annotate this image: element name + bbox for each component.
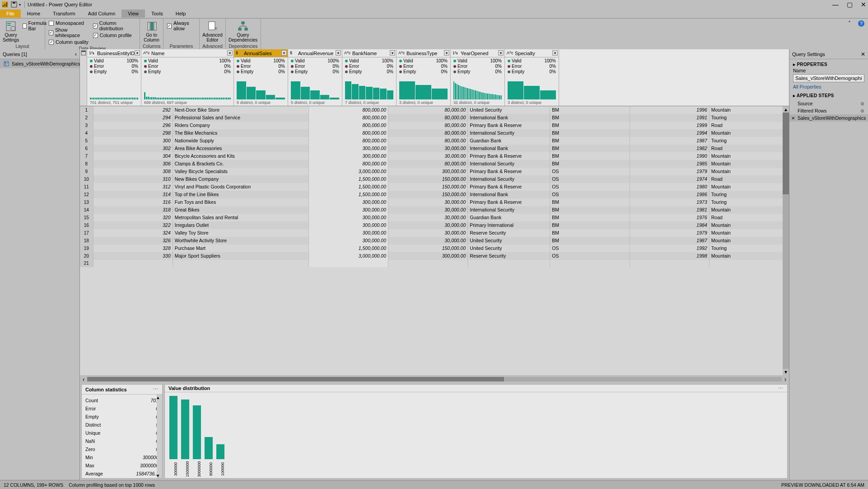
type-icon[interactable]: Aᴮc (507, 51, 513, 56)
cell[interactable]: OS (550, 175, 630, 183)
grid-vertical-scrollbar[interactable]: ▴ ▾ (783, 106, 789, 375)
ribbon-collapse-icon[interactable]: ˄ (848, 20, 851, 27)
cell[interactable]: Reserve Security (468, 229, 550, 237)
cell[interactable]: 1981 (630, 206, 709, 214)
row-number[interactable]: 16 (80, 221, 93, 229)
table-row[interactable]: 15320Metropolitan Sales and Rental300,00… (80, 214, 789, 221)
query-deps-button[interactable]: Query Dependencies (229, 20, 257, 42)
cell[interactable]: 302 (93, 145, 173, 152)
table-row[interactable]: 17324Valley Toy Store300,000.0030,000.00… (80, 229, 789, 237)
always-allow-check[interactable]: ✓Always allow (166, 20, 196, 32)
row-number[interactable]: 2 (80, 114, 93, 122)
cell[interactable]: Irregulars Outlet (173, 221, 309, 229)
table-row[interactable]: 21 (80, 260, 789, 267)
cell[interactable]: 320 (93, 214, 173, 221)
delete-step-icon[interactable]: ✕ (791, 116, 795, 121)
cell[interactable]: 306 (93, 160, 173, 168)
cell[interactable]: 1980 (630, 183, 709, 191)
cell[interactable]: Primary Bank & Reserve (468, 183, 550, 191)
column-filter-icon[interactable]: ▾ (444, 50, 449, 56)
column-name[interactable]: AᴮcName▾Valid100%Error0%Empty0%699 disti… (141, 49, 234, 106)
query-name-input[interactable] (793, 74, 864, 82)
cell[interactable]: 1976 (630, 214, 709, 221)
cell[interactable]: Valley Toy Store (173, 229, 309, 237)
cell[interactable]: Nationwide Supply (173, 137, 309, 145)
cell[interactable]: 80,000.00 (388, 160, 468, 168)
row-number[interactable]: 21 (80, 260, 93, 267)
cell[interactable]: Primary Bank & Reserve (468, 198, 550, 206)
cell[interactable]: The Bike Mechanics (173, 129, 309, 137)
qat-dropdown-icon[interactable]: ▾ (18, 3, 22, 7)
cell[interactable]: 150,000.00 (388, 244, 468, 252)
stats-scroll-up-icon[interactable]: ▴ (157, 395, 162, 400)
cell[interactable]: New Bikes Company (173, 175, 309, 183)
cell[interactable]: Mountain (709, 160, 789, 168)
cell[interactable]: 1994 (630, 129, 709, 137)
cell[interactable]: 294 (93, 114, 173, 122)
cell[interactable]: 30,000.00 (388, 198, 468, 206)
type-icon[interactable]: Aᴮc (398, 51, 405, 56)
table-corner[interactable] (80, 49, 87, 106)
cell[interactable]: United Security (468, 237, 550, 244)
cell[interactable]: Touring (709, 191, 789, 198)
all-properties-link[interactable]: All Properties (789, 83, 868, 90)
cell[interactable]: United Security (468, 106, 550, 114)
cell[interactable]: Touring (709, 114, 789, 122)
cell[interactable]: 1,500,000.00 (309, 244, 388, 252)
cell[interactable]: 318 (93, 206, 173, 214)
check-monospaced[interactable]: Monospaced (48, 20, 89, 26)
cell[interactable]: International Security (468, 175, 550, 183)
table-row[interactable]: 19328Purchase Mart1,500,000.00150,000.00… (80, 244, 789, 252)
cell[interactable]: Mountain (709, 206, 789, 214)
row-number[interactable]: 1 (80, 106, 93, 114)
cell[interactable]: Metropolitan Sales and Rental (173, 214, 309, 221)
cell[interactable]: 800,000.00 (309, 137, 388, 145)
table-row[interactable]: 11312Vinyl and Plastic Goods Corporation… (80, 183, 789, 191)
cell[interactable]: BM (550, 206, 630, 214)
table-row[interactable]: 12314Top of the Line Bikes1,500,000.0015… (80, 191, 789, 198)
cell[interactable]: 3,000,000.00 (309, 252, 388, 260)
cell[interactable]: 326 (93, 237, 173, 244)
cell[interactable]: 150,000.00 (388, 183, 468, 191)
tab-tools[interactable]: Tools (145, 9, 169, 18)
tab-file[interactable]: File (0, 9, 21, 18)
row-number[interactable]: 6 (80, 145, 93, 152)
cell[interactable]: Mountain (709, 221, 789, 229)
cell[interactable]: Riders Company (173, 122, 309, 129)
cell[interactable]: 1998 (630, 252, 709, 260)
table-row[interactable]: 3296Riders Company800,000.0080,000.00Pri… (80, 122, 789, 129)
row-number[interactable]: 11 (80, 183, 93, 191)
stats-scrollbar[interactable]: ▴ ▾ (157, 395, 162, 478)
row-number[interactable]: 20 (80, 252, 93, 260)
cell[interactable]: International Security (468, 160, 550, 168)
cell[interactable]: Touring (709, 137, 789, 145)
cell[interactable]: 1991 (630, 114, 709, 122)
cell[interactable]: 1986 (630, 191, 709, 198)
cell[interactable]: 1973 (630, 198, 709, 206)
column-businesstype[interactable]: AᴮcBusinessType▾Valid100%Error0%Empty0%3… (397, 49, 451, 106)
tab-view[interactable]: View (121, 9, 145, 18)
table-row[interactable]: 9308Valley Bicycle Specialists3,000,000.… (80, 168, 789, 175)
cell[interactable]: 300,000.00 (309, 229, 388, 237)
column-yearopened[interactable]: 1²₃YearOpened▾Valid100%Error0%Empty0%32 … (451, 49, 505, 106)
cell[interactable]: Valley Bicycle Specialists (173, 168, 309, 175)
row-number[interactable]: 19 (80, 244, 93, 252)
type-icon[interactable]: Aᴮc (143, 51, 149, 56)
check-show-whitespace[interactable]: ✓Show whitespace (48, 27, 89, 38)
table-row[interactable]: 16322Irregulars Outlet300,000.0030,000.0… (80, 221, 789, 229)
maximize-button[interactable]: ▢ (847, 1, 853, 8)
gear-icon[interactable]: ⚙ (860, 101, 864, 106)
gear-icon[interactable]: ⚙ (860, 108, 864, 113)
cell[interactable]: 300,000.00 (309, 152, 388, 160)
row-number[interactable]: 14 (80, 206, 93, 214)
cell[interactable]: Next-Door Bike Store (173, 106, 309, 114)
scroll-down-icon[interactable]: ▾ (783, 369, 789, 375)
cell[interactable]: 300,000.00 (388, 168, 468, 175)
cell[interactable]: Road (709, 145, 789, 152)
column-filter-icon[interactable]: ▾ (336, 50, 341, 56)
column-filter-icon[interactable]: ▾ (227, 50, 233, 56)
tab-add-column[interactable]: Add Column (82, 9, 122, 18)
cell[interactable]: 80,000.00 (388, 137, 468, 145)
row-number[interactable]: 7 (80, 152, 93, 160)
column-filter-icon[interactable]: ▾ (281, 50, 287, 56)
